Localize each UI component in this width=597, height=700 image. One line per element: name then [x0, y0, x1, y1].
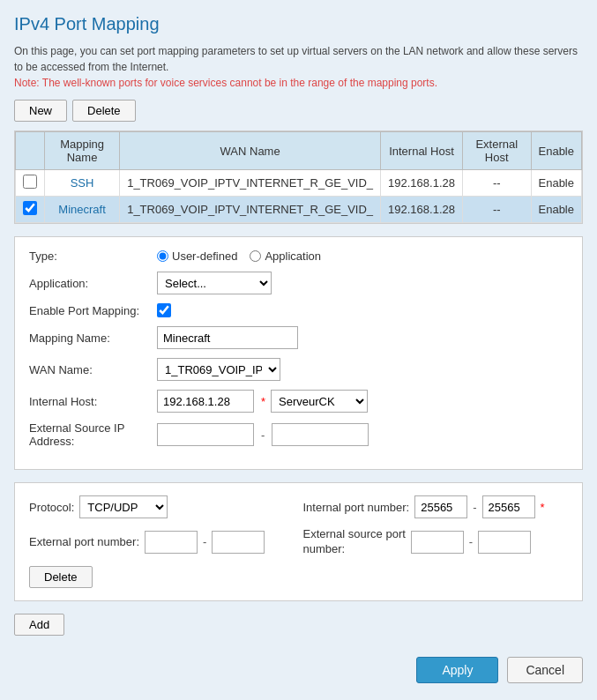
protocol-select[interactable]: TCP/UDP TCP UDP — [79, 495, 168, 518]
external-source-value: - — [157, 423, 568, 446]
internal-host-required: * — [261, 395, 265, 408]
description-line2: Note: The well-known ports for voice ser… — [14, 77, 437, 89]
ext-source-port-from[interactable] — [411, 531, 464, 554]
external-port-label: External port number: — [29, 535, 139, 548]
dash-sep: - — [261, 428, 265, 442]
internal-port-required: * — [541, 501, 545, 514]
page-title: IPv4 Port Mapping — [14, 14, 583, 34]
add-button[interactable]: Add — [14, 614, 64, 636]
table-header-row: Mapping Name WAN Name Internal Host Exte… — [16, 132, 582, 170]
internal-port-inputs: - * — [414, 495, 544, 518]
row2-external-host: -- — [462, 197, 531, 223]
delete-entry-button[interactable]: Delete — [29, 566, 93, 588]
external-source-label: External Source IP Address: — [29, 421, 157, 448]
internal-port-row: Internal port number: - * — [303, 495, 569, 518]
mapping-name-value — [157, 326, 568, 349]
col-checkbox — [16, 132, 45, 170]
mapping-name-row: Mapping Name: — [29, 326, 568, 349]
checkbox-cell — [16, 197, 45, 223]
col-internal-host: Internal Host — [381, 132, 463, 170]
row1-enable: Enable — [531, 170, 582, 197]
dash-sep-3: - — [203, 535, 206, 548]
ext-source-port-label: External source portnumber: — [303, 527, 406, 557]
row2-mapping-name[interactable]: Minecraft — [45, 197, 120, 223]
enable-checkbox[interactable] — [157, 303, 171, 317]
checkbox-cell — [16, 170, 45, 197]
enable-label: Enable Port Mapping: — [29, 304, 157, 317]
type-label: Type: — [29, 249, 157, 263]
radio-application[interactable] — [250, 250, 261, 262]
internal-host-select[interactable]: ServeurCK — [271, 390, 368, 413]
description: On this page, you can set port mapping p… — [14, 43, 583, 91]
ext-source-port-row: External source portnumber: - — [303, 527, 569, 557]
protocol-row: Protocol: TCP/UDP TCP UDP — [29, 495, 295, 518]
footer-row: Apply Cancel — [14, 650, 583, 683]
form-section: Type: User-defined Application Applicati… — [14, 236, 583, 470]
dash-sep-2: - — [473, 501, 476, 514]
row2-internal-host: 192.168.1.28 — [381, 197, 463, 223]
wan-name-select[interactable]: 1_TR069_VOIP_IP — [157, 358, 280, 381]
external-source-from[interactable] — [157, 423, 254, 446]
internal-port-to[interactable] — [482, 495, 535, 518]
row1-internal-host: 192.168.1.28 — [381, 170, 463, 197]
internal-host-row: Internal Host: * ServeurCK — [29, 390, 568, 413]
radio-application-text: Application — [265, 249, 321, 263]
external-port-row: External port number: - — [29, 527, 295, 557]
radio-user-defined-text: User-defined — [172, 249, 237, 263]
apply-button[interactable]: Apply — [416, 657, 498, 683]
radio-user-defined-label[interactable]: User-defined — [157, 249, 237, 263]
external-source-to[interactable] — [272, 423, 369, 446]
application-value: Select... — [157, 272, 568, 294]
external-port-to[interactable] — [212, 531, 265, 554]
table-row: SSH 1_TR069_VOIP_IPTV_INTERNET_R_GE_VID_… — [16, 170, 582, 197]
mapping-name-label: Mapping Name: — [29, 331, 157, 345]
cancel-button[interactable]: Cancel — [507, 657, 583, 683]
row2-enable: Enable — [531, 197, 582, 223]
description-line1: On this page, you can set port mapping p… — [14, 45, 578, 73]
row1-wan-name: 1_TR069_VOIP_IPTV_INTERNET_R_GE_VID_ — [120, 170, 381, 197]
row1-external-host: -- — [462, 170, 531, 197]
top-button-row: New Delete — [14, 100, 583, 122]
application-label: Application: — [29, 277, 157, 290]
mapping-table-section: Mapping Name WAN Name Internal Host Exte… — [14, 130, 583, 224]
external-port-from[interactable] — [145, 531, 198, 554]
type-value: User-defined Application — [157, 249, 568, 263]
add-row: Add — [14, 614, 583, 636]
wan-name-label: WAN Name: — [29, 363, 157, 376]
application-select[interactable]: Select... — [157, 272, 272, 294]
internal-host-value: * ServeurCK — [157, 390, 568, 413]
row2-checkbox[interactable] — [23, 201, 37, 215]
protocol-label: Protocol: — [29, 501, 74, 514]
col-mapping-name: Mapping Name — [45, 132, 120, 170]
dash-sep-4: - — [469, 535, 473, 548]
port-section: Protocol: TCP/UDP TCP UDP Internal port … — [14, 482, 583, 601]
wan-name-value: 1_TR069_VOIP_IP — [157, 358, 568, 381]
application-row: Application: Select... — [29, 272, 568, 294]
new-button[interactable]: New — [14, 100, 67, 122]
external-source-row: External Source IP Address: - — [29, 421, 568, 448]
row1-mapping-name[interactable]: SSH — [45, 170, 120, 197]
wan-name-row: WAN Name: 1_TR069_VOIP_IP — [29, 358, 568, 381]
row1-checkbox[interactable] — [23, 175, 37, 189]
delete-button[interactable]: Delete — [72, 100, 136, 122]
row2-wan-name: 1_TR069_VOIP_IPTV_INTERNET_R_GE_VID_ — [120, 197, 381, 223]
enable-row: Enable Port Mapping: — [29, 303, 568, 317]
mapping-name-input[interactable] — [157, 326, 298, 349]
enable-value — [157, 303, 568, 317]
ext-source-port-to[interactable] — [478, 531, 531, 554]
radio-user-defined[interactable] — [157, 250, 168, 262]
internal-host-input[interactable] — [157, 390, 254, 413]
external-port-inputs: - — [145, 531, 265, 554]
radio-application-label[interactable]: Application — [250, 249, 321, 263]
col-wan-name: WAN Name — [120, 132, 381, 170]
ext-source-port-inputs: - — [411, 531, 531, 554]
internal-port-label: Internal port number: — [303, 501, 410, 514]
type-row: Type: User-defined Application — [29, 249, 568, 263]
table-row: Minecraft 1_TR069_VOIP_IPTV_INTERNET_R_G… — [16, 197, 582, 223]
internal-port-from[interactable] — [414, 495, 467, 518]
mapping-table: Mapping Name WAN Name Internal Host Exte… — [15, 131, 582, 223]
col-external-host: External Host — [462, 132, 531, 170]
page-container: IPv4 Port Mapping On this page, you can … — [0, 0, 597, 700]
protocol-inputs: TCP/UDP TCP UDP — [79, 495, 168, 518]
port-grid: Protocol: TCP/UDP TCP UDP Internal port … — [29, 495, 568, 557]
